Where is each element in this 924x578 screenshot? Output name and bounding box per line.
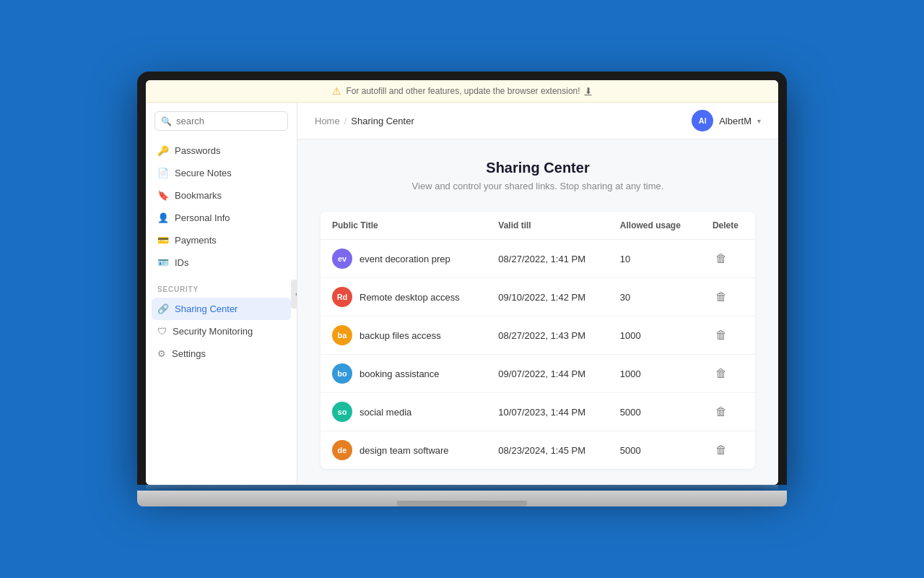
nav-passwords-label: Passwords (175, 145, 221, 156)
cell-allowed-usage: 5000 (609, 393, 701, 431)
cell-delete: 🗑 (701, 278, 755, 316)
screen-inner: ⚠ For autofill and other features, updat… (146, 80, 778, 485)
delete-button[interactable]: 🗑 (712, 288, 730, 306)
nav-secure-notes[interactable]: 📄 Secure Notes (146, 162, 297, 184)
delete-button[interactable]: 🗑 (712, 441, 730, 460)
personal-info-icon: 👤 (157, 212, 169, 223)
cell-allowed-usage: 30 (609, 278, 701, 316)
breadcrumb: Home / Sharing Center (315, 116, 414, 126)
delete-button[interactable]: 🗑 (712, 364, 730, 383)
cell-title: so social media (321, 393, 487, 431)
search-box[interactable]: 🔍 (154, 111, 288, 131)
cell-allowed-usage: 1000 (609, 355, 701, 393)
nav-security-monitoring-label: Security Monitoring (173, 326, 253, 337)
update-banner: ⚠ For autofill and other features, updat… (146, 80, 778, 103)
page-subtitle: View and control your shared links. Stop… (321, 181, 755, 191)
content-area: Home / Sharing Center Al AlbertM ▾ (297, 103, 778, 485)
security-monitoring-icon: 🛡 (157, 326, 167, 337)
table-header: Public Title Valid till Allowed usage De… (321, 212, 755, 240)
cell-allowed-usage: 5000 (609, 431, 701, 470)
item-avatar: bo (332, 363, 352, 384)
delete-button[interactable]: 🗑 (712, 249, 730, 268)
banner-download-icon[interactable]: ⬇ (585, 86, 592, 96)
laptop-wrapper: ⚠ For autofill and other features, updat… (137, 72, 787, 506)
cell-title: bo booking assistance (321, 355, 487, 393)
table-row: so social media 10/07/2023, 1:44 PM 5000… (321, 393, 755, 431)
cell-title: ba backup files access (321, 316, 487, 355)
col-public-title: Public Title (321, 212, 487, 240)
nav-sharing-center[interactable]: 🔗 Sharing Center (152, 298, 291, 320)
nav-secure-notes-label: Secure Notes (175, 168, 232, 178)
payments-icon: 💳 (157, 235, 169, 246)
nav-ids[interactable]: 🪪 IDs (146, 251, 297, 274)
table-body: ev event decoration prep 08/27/2022, 1:4… (321, 240, 755, 470)
item-avatar: ev (332, 249, 352, 269)
content-header: Home / Sharing Center Al AlbertM ▾ (297, 103, 778, 139)
secure-notes-icon: 📄 (157, 168, 169, 178)
settings-icon: ⚙ (157, 348, 166, 359)
cell-delete: 🗑 (701, 355, 755, 393)
security-section-label: SECURITY (146, 274, 297, 298)
sidebar-collapse-button[interactable]: ❮ (291, 280, 297, 309)
cell-delete: 🗑 (701, 431, 755, 470)
item-title: backup files access (359, 330, 441, 341)
table-row: ev event decoration prep 08/27/2022, 1:4… (321, 240, 755, 278)
col-allowed-usage: Allowed usage (609, 212, 701, 240)
breadcrumb-separator: / (344, 116, 347, 126)
item-title: Remote desktop access (359, 292, 460, 303)
nav-payments-label: Payments (175, 235, 217, 246)
nav-payments[interactable]: 💳 Payments (146, 229, 297, 251)
item-title: event decoration prep (359, 254, 450, 264)
nav-personal-info-label: Personal Info (175, 212, 230, 223)
bookmarks-icon: 🔖 (157, 190, 169, 201)
item-title: booking assistance (359, 368, 440, 379)
cell-title: Rd Remote desktop access (321, 278, 487, 316)
cell-valid-till: 09/10/2022, 1:42 PM (487, 278, 609, 316)
banner-text: For autofill and other features, update … (346, 86, 580, 96)
table-row: Rd Remote desktop access 09/10/2022, 1:4… (321, 278, 755, 316)
passwords-icon: 🔑 (157, 145, 169, 156)
col-delete: Delete (701, 212, 755, 240)
cell-valid-till: 08/27/2022, 1:41 PM (487, 240, 609, 278)
table-row: de design team software 08/23/2024, 1:45… (321, 431, 755, 470)
cell-delete: 🗑 (701, 393, 755, 431)
nav-personal-info[interactable]: 👤 Personal Info (146, 207, 297, 229)
cell-allowed-usage: 1000 (609, 316, 701, 355)
page-body: Sharing Center View and control your sha… (297, 139, 778, 485)
item-title: social media (359, 407, 411, 418)
item-avatar: de (332, 440, 352, 460)
cell-valid-till: 09/07/2022, 1:44 PM (487, 355, 609, 393)
search-icon: 🔍 (161, 116, 172, 126)
ids-icon: 🪪 (157, 257, 169, 268)
cell-valid-till: 10/07/2023, 1:44 PM (487, 393, 609, 431)
cell-title: ev event decoration prep (321, 240, 487, 278)
sidebar: 🔍 🔑 Passwords 📄 Secure Notes (146, 103, 297, 485)
main-layout: 🔍 🔑 Passwords 📄 Secure Notes (146, 103, 778, 485)
nav-bookmarks-label: Bookmarks (175, 190, 222, 201)
user-menu[interactable]: Al AlbertM ▾ (692, 110, 761, 131)
breadcrumb-home[interactable]: Home (315, 116, 340, 126)
avatar: Al (692, 110, 713, 131)
nav-bookmarks[interactable]: 🔖 Bookmarks (146, 184, 297, 207)
delete-button[interactable]: 🗑 (712, 326, 730, 345)
item-avatar: ba (332, 325, 352, 345)
delete-button[interactable]: 🗑 (712, 402, 730, 421)
sharing-table-container: Public Title Valid till Allowed usage De… (321, 212, 755, 469)
item-avatar: Rd (332, 287, 352, 307)
nav-passwords[interactable]: 🔑 Passwords (146, 139, 297, 162)
nav-settings[interactable]: ⚙ Settings (146, 342, 297, 365)
page-title: Sharing Center (321, 160, 755, 176)
chevron-down-icon: ▾ (757, 117, 761, 125)
sharing-center-icon: 🔗 (157, 303, 169, 314)
col-valid-till: Valid till (487, 212, 609, 240)
laptop-screen: ⚠ For autofill and other features, updat… (137, 72, 787, 485)
item-title: design team software (359, 445, 449, 456)
nav-security-monitoring[interactable]: 🛡 Security Monitoring (146, 320, 297, 342)
laptop-reflection (146, 485, 778, 491)
search-input[interactable] (176, 116, 282, 126)
cell-title: de design team software (321, 431, 487, 470)
nav-settings-label: Settings (172, 348, 206, 359)
cell-delete: 🗑 (701, 240, 755, 278)
table-row: bo booking assistance 09/07/2022, 1:44 P… (321, 355, 755, 393)
cell-delete: 🗑 (701, 316, 755, 355)
